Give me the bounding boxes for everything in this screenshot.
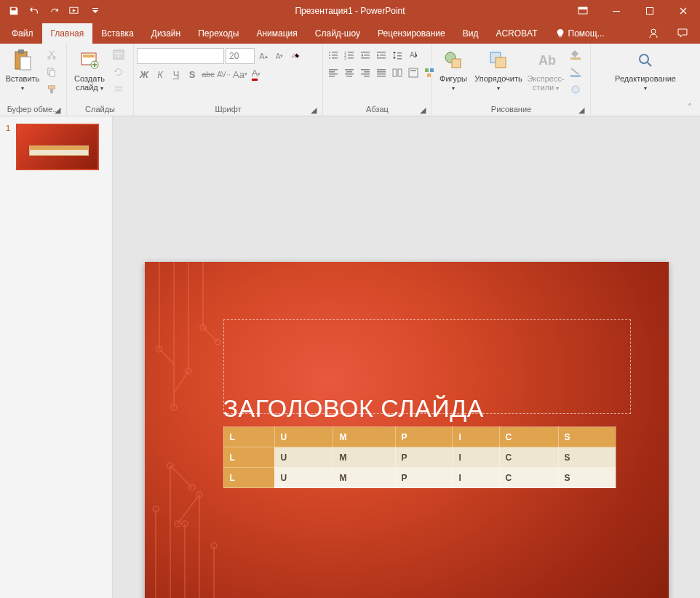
slide-title-text[interactable]: ЗАГОЛОВОК СЛАЙДА [223,394,484,423]
quick-access-toolbar [0,1,105,20]
tell-me-field[interactable]: Помощ... [546,23,613,44]
tab-view[interactable]: Вид [454,23,488,44]
outline-icon [570,67,581,77]
align-right-button[interactable] [358,65,373,80]
slide-thumbnail-1[interactable] [16,124,99,170]
line-spacing-button[interactable] [390,48,405,63]
drawing-dialog-launcher[interactable]: ◢ [577,105,586,114]
justify-button[interactable] [374,65,389,80]
svg-point-5 [651,29,656,33]
maximize-button[interactable] [633,0,667,22]
font-dialog-launcher[interactable]: ◢ [309,105,318,114]
svg-rect-44 [397,55,402,57]
copy-button[interactable] [44,64,60,80]
svg-point-77 [572,86,579,93]
paste-button[interactable]: Вставить▾ [3,45,42,92]
redo-button[interactable] [45,1,64,20]
comments-button[interactable] [668,23,697,44]
collapse-ribbon-button[interactable]: ˄ [684,101,696,113]
decrease-font-button[interactable]: A▾ [272,49,287,63]
font-size-input[interactable] [226,48,255,64]
increase-font-button[interactable]: A▴ [256,49,271,63]
font-color-button[interactable]: A▾ [249,67,263,81]
arrange-button[interactable]: Упорядочить▾ [473,45,524,92]
group-slides-label: Слайды [85,105,115,113]
paragraph-dialog-launcher[interactable]: ◢ [418,105,427,114]
layout-icon [113,49,124,60]
align-left-button[interactable] [326,65,341,80]
cut-button[interactable] [44,47,60,63]
shape-fill-button[interactable] [568,47,584,63]
svg-rect-56 [364,71,370,73]
tab-review[interactable]: Рецензирование [369,23,454,44]
slide-table[interactable]: L U M P I C S L U M P I C S [223,426,616,488]
underline-button[interactable]: Ч [169,67,183,81]
new-slide-button[interactable]: Создать слайд ▾ [70,45,109,92]
align-center-icon [344,68,354,78]
format-painter-button[interactable] [44,81,60,97]
bullets-button[interactable] [326,48,341,63]
svg-rect-36 [348,57,354,59]
change-case-button[interactable]: Aa▾ [233,67,247,81]
svg-rect-53 [345,73,354,75]
decrease-indent-button[interactable] [358,48,373,63]
section-button[interactable] [111,81,127,97]
slide-number: 1 [6,124,13,170]
numbering-icon: 123 [344,50,354,60]
tab-acrobat[interactable]: ACROBAT [487,23,546,44]
numbering-button[interactable]: 123 [342,48,357,63]
columns-button[interactable] [390,65,405,80]
sign-in-button[interactable] [639,23,668,44]
window-controls [566,0,700,22]
save-button[interactable] [4,1,23,20]
align-center-button[interactable] [342,65,357,80]
slide-layout-button[interactable] [111,47,127,63]
increase-indent-button[interactable] [374,48,389,63]
svg-rect-50 [329,76,335,77]
ribbon-options-button[interactable] [566,0,600,22]
minimize-button[interactable] [600,0,633,22]
shape-effects-button[interactable] [568,81,584,97]
svg-rect-30 [332,57,338,59]
shadow-button[interactable]: S [185,67,199,81]
copy-icon [47,67,57,77]
shape-outline-button[interactable] [568,64,584,80]
scissors-icon [47,49,57,60]
italic-button[interactable]: К [153,67,167,81]
qat-customize-button[interactable] [86,1,105,20]
slide-canvas[interactable]: ЗАГОЛОВОК СЛАЙДА L U M P I C S L U M P I [145,262,669,598]
bullets-icon [328,50,338,60]
tab-file[interactable]: Файл [3,23,42,44]
tab-home[interactable]: Главная [42,23,93,44]
group-drawing: Фигуры▾ Упорядочить▾ Abc Экспресс-стили … [432,44,591,116]
clear-formatting-button[interactable]: A [288,49,303,63]
editing-button[interactable]: Редактирование▾ [610,45,680,92]
svg-rect-39 [361,57,370,59]
minimize-icon [612,7,621,15]
tab-slideshow[interactable]: Слайд-шоу [306,23,369,44]
undo-button[interactable] [25,1,44,20]
brush-icon [47,84,57,95]
bold-button[interactable]: Ж [137,67,151,81]
line-spacing-icon [392,50,402,60]
text-direction-button[interactable]: A [406,48,421,63]
close-button[interactable] [667,0,700,22]
shapes-button[interactable]: Фигуры▾ [435,45,472,92]
clipboard-dialog-launcher[interactable]: ◢ [53,105,62,114]
character-spacing-button[interactable]: AV↔ [217,67,231,81]
tab-insert[interactable]: Вставка [92,23,143,44]
tab-animation[interactable]: Анимация [247,23,306,44]
font-name-input[interactable] [137,48,224,64]
svg-rect-20 [114,54,118,58]
slide-editor-viewport[interactable]: ЗАГОЛОВОК СЛАЙДА L U M P I C S L U M P I [113,116,700,598]
group-slides: Создать слайд ▾ Слайды [67,44,134,116]
redo-icon [50,7,59,15]
reset-slide-button[interactable] [111,64,127,80]
tab-design[interactable]: Дизайн [143,23,189,44]
start-from-beginning-button[interactable] [65,1,84,20]
strikethrough-button[interactable]: abc [201,67,215,81]
align-text-button[interactable] [406,65,421,80]
quick-styles-button[interactable]: Abc Экспресс-стили ▾ [525,45,566,92]
svg-text:3: 3 [344,56,346,60]
tab-transitions[interactable]: Переходы [189,23,247,44]
